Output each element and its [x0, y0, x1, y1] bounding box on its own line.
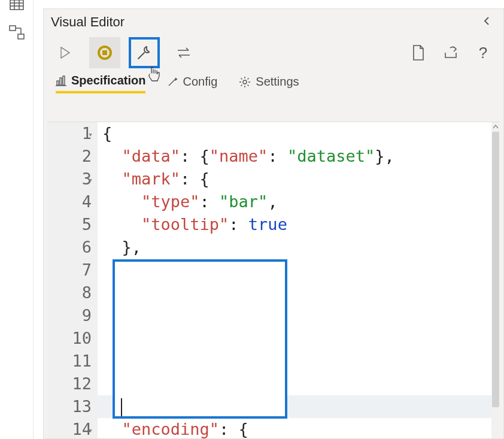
repair-button[interactable]: [129, 37, 160, 68]
toolbar-left: [50, 37, 199, 68]
gear-icon: [239, 76, 251, 88]
visual-editor-panel: Visual Editor: [43, 8, 504, 439]
editor-gutter: 1▾23▾4567891011121314▾: [47, 122, 98, 438]
tab-label: Settings: [256, 75, 299, 89]
new-doc-button[interactable]: [406, 37, 430, 68]
scroll-thumb[interactable]: [492, 132, 499, 407]
svg-rect-10: [102, 50, 107, 55]
svg-rect-11: [57, 81, 59, 85]
code-editor[interactable]: 1▾23▾4567891011121314▾ { "data": {"name"…: [47, 122, 500, 438]
svg-rect-6: [18, 34, 24, 39]
scroll-up-icon[interactable]: [493, 123, 499, 129]
text-cursor: [121, 398, 122, 416]
wand-icon: [167, 77, 178, 87]
tab-bar: Specification Config Settings: [44, 70, 503, 98]
scrollbar-vertical[interactable]: [491, 122, 500, 438]
toolbar: ?: [44, 35, 503, 70]
toolbar-right: ?: [406, 37, 495, 68]
left-rail: [0, 0, 34, 439]
tab-config[interactable]: Config: [167, 75, 217, 92]
tab-settings[interactable]: Settings: [239, 75, 299, 92]
help-button[interactable]: ?: [471, 37, 495, 68]
editor-code[interactable]: { "data": {"name": "dataset"}, "mark": {…: [98, 122, 491, 438]
svg-rect-13: [63, 76, 65, 85]
barchart-icon: [56, 75, 66, 86]
panel-title: Visual Editor: [51, 14, 125, 30]
svg-rect-0: [10, 0, 23, 10]
tab-specification[interactable]: Specification: [56, 74, 145, 93]
table-icon[interactable]: [8, 0, 25, 13]
svg-rect-12: [60, 78, 62, 85]
svg-point-15: [243, 80, 247, 84]
play-button[interactable]: [50, 37, 81, 68]
svg-rect-5: [10, 26, 16, 31]
export-button[interactable]: [439, 37, 463, 68]
collapse-chevron-icon[interactable]: [477, 14, 496, 31]
tab-label: Config: [183, 75, 217, 89]
panel-header: Visual Editor: [44, 9, 503, 35]
swap-button[interactable]: [168, 37, 199, 68]
relationship-icon[interactable]: [8, 24, 25, 41]
stop-button[interactable]: [89, 37, 120, 68]
tab-label: Specification: [71, 74, 145, 87]
